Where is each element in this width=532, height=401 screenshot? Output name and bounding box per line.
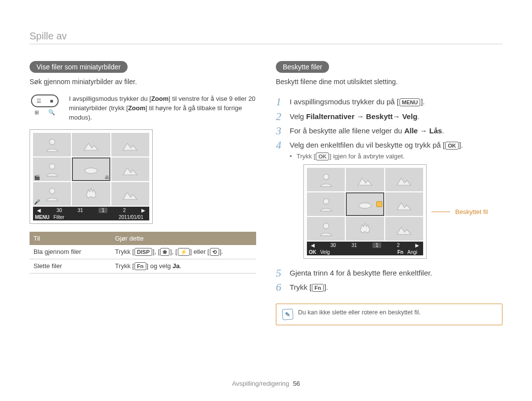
audio-icon: 🎤 xyxy=(34,199,40,205)
flash-button-glyph: ⚡ xyxy=(178,248,190,256)
steps-list: I avspillingsmodus trykker du på [MENU].… xyxy=(276,94,502,295)
step-5: Gjenta trinn 4 for å beskytte flere enke… xyxy=(276,266,502,280)
th-do: Gjør dette xyxy=(111,232,256,245)
timer-button-glyph: ⟲ xyxy=(210,248,219,256)
thumb-r7 xyxy=(307,217,345,241)
next-icon: ▶ xyxy=(415,243,419,248)
note-icon: ✎ xyxy=(282,308,293,320)
menu-button-glyph: MENU xyxy=(399,98,420,106)
left-intro: Søk gjennom miniatyrbilder av filer. xyxy=(30,78,256,86)
thumbnail-screen-left: 🎬 🖶 🎤 ◀ 30 31 1 2 ▶ MENU Filter xyxy=(30,129,153,224)
thumbnail-screen-right: ◀ 30 31 1 2 ▶ OK Velg xyxy=(303,164,427,259)
svg-point-4 xyxy=(323,174,329,180)
thumb-1 xyxy=(33,133,71,156)
svg-point-3 xyxy=(49,188,55,193)
step-1: I avspillingsmodus trykker du på [MENU]. xyxy=(276,94,502,109)
right-heading-pill: Beskytte filer xyxy=(276,61,329,73)
svg-point-5 xyxy=(323,199,329,204)
thumb-4: 🎬 xyxy=(33,157,71,181)
zoom-instruction-row: ☰ ■ ⊞ 🔍 I avspilligsmodus trykker du [Zo… xyxy=(30,94,256,123)
svg-point-6 xyxy=(359,203,371,208)
thumb-pager-right: ◀ 30 31 1 2 ▶ xyxy=(307,242,423,249)
note-box: ✎ Du kan ikke slette eller rotere en bes… xyxy=(276,304,502,325)
svg-point-1 xyxy=(49,163,55,169)
video-icon: 🎬 xyxy=(34,175,40,180)
step-6: Trykk [Fn]. xyxy=(276,280,502,295)
thumb-9 xyxy=(111,182,149,206)
ok-button-glyph: OK xyxy=(316,153,329,160)
thumb-r6 xyxy=(385,192,423,216)
thumb-r9 xyxy=(385,217,423,241)
table-row: Bla gjennom filer Trykk [DISP], [❀], [⚡]… xyxy=(30,245,256,259)
svg-point-0 xyxy=(49,139,55,144)
right-intro: Beskytt filene dine mot utilsiktet slett… xyxy=(276,78,502,86)
thumb-pager-left: ◀ 30 31 1 2 ▶ xyxy=(33,207,149,214)
thumb-r1 xyxy=(307,168,345,191)
prev-icon: ◀ xyxy=(311,243,315,248)
svg-point-2 xyxy=(85,168,98,173)
thumb-3 xyxy=(111,133,149,156)
thumb-r8 xyxy=(346,217,384,241)
print-icon: 🖶 xyxy=(104,175,109,180)
actions-table: Til Gjør dette Bla gjennom filer Trykk [… xyxy=(30,232,256,274)
table-row: Slette filer Trykk [Fn] og velg Ja. xyxy=(30,259,256,273)
macro-button-glyph: ❀ xyxy=(160,248,169,256)
callout-label: Beskyttet fil xyxy=(455,208,488,216)
callout-line xyxy=(432,212,450,212)
thumb-selected: 🖶 xyxy=(72,157,110,181)
title-rule xyxy=(30,44,502,44)
lock-icon xyxy=(376,201,382,207)
thumb-statusbar-left: MENU Filter 2011/01/01 xyxy=(33,214,149,220)
disp-button-glyph: DISP xyxy=(134,248,152,256)
fn-button-glyph: Fn xyxy=(312,284,323,292)
zoom-toggle-icon: ☰ ■ ⊞ 🔍 xyxy=(30,94,60,116)
thumb-r-selected xyxy=(346,192,384,216)
thumb-statusbar-right: OK Velg Fn Angi xyxy=(307,249,423,255)
fn-button-glyph: Fn xyxy=(134,262,146,270)
section-title: Spille av xyxy=(30,31,502,42)
ok-button-glyph: OK xyxy=(445,142,459,150)
thumb-r3 xyxy=(385,168,423,191)
step-4: Velg den enkeltfilen du vil beskytte og … xyxy=(276,138,502,266)
thumb-r4 xyxy=(307,192,345,216)
page: Spille av Vise filer som miniatyrbilder … xyxy=(0,0,532,325)
next-icon: ▶ xyxy=(141,208,145,213)
note-text: Du kan ikke slette eller rotere en besky… xyxy=(298,309,421,316)
thumb-r2 xyxy=(346,168,384,191)
step-4-bullet: Trykk [OK] igjen for å avbryte valget. xyxy=(290,153,502,160)
svg-point-7 xyxy=(323,223,329,229)
thumb-7: 🎤 xyxy=(33,182,71,206)
step-2: Velg Filalternativer → Beskytt→ Velg. xyxy=(276,109,502,123)
left-heading-pill: Vise filer som miniatyrbilder xyxy=(30,61,128,73)
thumb-8 xyxy=(72,182,110,206)
prev-icon: ◀ xyxy=(37,208,41,213)
th-to: Til xyxy=(30,232,111,245)
step-3: For å beskytte alle filene velger du All… xyxy=(276,123,502,138)
page-footer: Avspilling/redigering 56 xyxy=(0,380,532,387)
thumb-6 xyxy=(111,157,149,181)
thumb-2 xyxy=(72,133,110,156)
zoom-instruction-text: I avspilligsmodus trykker du [Zoom] til … xyxy=(69,94,256,123)
